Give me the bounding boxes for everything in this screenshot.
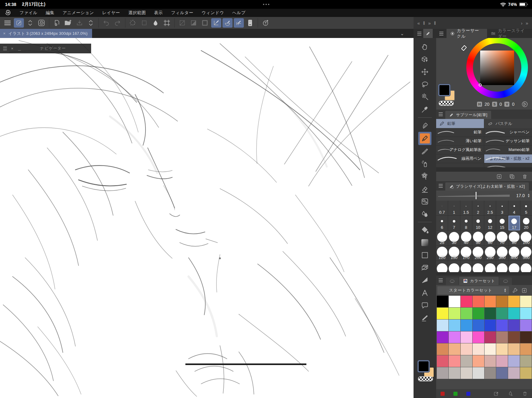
palette-prev-icon[interactable]: « <box>417 20 420 26</box>
color-swatch[interactable] <box>496 367 508 379</box>
color-swatch[interactable] <box>437 308 448 319</box>
color-swatch[interactable] <box>508 355 520 367</box>
color-swatch[interactable] <box>508 343 520 355</box>
blue-chip[interactable] <box>466 392 470 396</box>
auto-select-wand-tool-icon[interactable] <box>419 91 431 103</box>
color-set-dropdown-chevrons[interactable]: ▲▼ <box>504 288 509 293</box>
intermediate-color-tab-icon[interactable] <box>499 277 512 285</box>
brush-item[interactable]: 線画用ペン <box>436 154 484 163</box>
color-swatch[interactable] <box>485 320 496 331</box>
subtool-tab-pastel[interactable]: パステル <box>484 119 532 128</box>
subtool-panel-tab[interactable]: サブツール[鉛筆] <box>445 111 491 119</box>
pencil-tool-icon-selected[interactable] <box>418 132 431 145</box>
delete-subtool-icon[interactable] <box>522 174 528 180</box>
size-cell[interactable]: 15 <box>496 216 508 230</box>
size-cell-selected[interactable]: 17 <box>508 216 520 230</box>
size-cell[interactable]: 3 <box>496 201 508 215</box>
color-swatch[interactable] <box>485 308 496 319</box>
navigator-menu-icon[interactable] <box>3 47 7 50</box>
color-swatch[interactable] <box>473 343 484 355</box>
color-swatch[interactable] <box>461 367 472 379</box>
color-swatch[interactable] <box>508 367 520 379</box>
color-swatch[interactable] <box>461 331 472 343</box>
line-correct-tool-icon[interactable] <box>419 312 431 324</box>
size-cell[interactable]: 12 <box>484 216 496 230</box>
color-swatch[interactable] <box>496 343 508 355</box>
color-swatch[interactable] <box>496 355 508 367</box>
size-cell-clipped[interactable] <box>508 261 520 272</box>
size-cell[interactable]: 1.5 <box>460 201 472 215</box>
sv-cursor[interactable] <box>479 83 482 87</box>
close-document-icon[interactable]: × <box>3 31 6 36</box>
snap-to-grid-icon[interactable] <box>234 18 244 28</box>
delete-color-icon[interactable] <box>522 391 528 396</box>
eraser-tool-icon[interactable] <box>419 183 431 195</box>
lasso-selection-tool-icon[interactable] <box>419 78 431 91</box>
subtool-tab-pencil[interactable]: 鉛筆 <box>436 119 484 128</box>
size-cell[interactable]: 250 <box>484 246 496 261</box>
help-icon[interactable] <box>261 18 271 28</box>
color-set-menu-icon[interactable] <box>439 278 443 282</box>
menu-animation[interactable]: アニメーション <box>63 10 94 16</box>
figure-tool-icon[interactable] <box>419 195 431 208</box>
color-swatch[interactable] <box>508 296 520 307</box>
palette-expand-all-icon[interactable]: » <box>526 20 528 26</box>
tab-bar-collapse-icon[interactable]: ⌄ <box>400 31 404 36</box>
size-cell-clipped[interactable] <box>496 261 508 272</box>
fill-bucket-tool-icon[interactable] <box>419 224 431 236</box>
color-swatch[interactable] <box>473 296 484 307</box>
snap-to-ruler-icon[interactable] <box>211 18 221 28</box>
size-cell[interactable]: 2 <box>472 201 484 215</box>
brush-size-menu-icon[interactable] <box>439 184 443 188</box>
size-cell[interactable]: 60 <box>484 231 496 245</box>
color-swatch[interactable] <box>461 320 472 331</box>
eyedropper-tool-icon[interactable] <box>419 103 431 116</box>
color-swatch[interactable] <box>473 331 484 343</box>
color-swatch[interactable] <box>461 355 472 367</box>
undo-icon[interactable] <box>101 18 111 28</box>
size-cell-clipped[interactable] <box>472 261 484 272</box>
frame-border-icon[interactable] <box>200 18 210 28</box>
saturation-value-square[interactable] <box>480 51 514 85</box>
color-swatch[interactable] <box>437 320 448 331</box>
navigator-minimize-icon[interactable]: ＿ <box>18 46 22 51</box>
brush-size-panel-tab[interactable]: ブラシサイズ[よわ太鉛筆・拡散・x2] <box>445 182 529 191</box>
color-swatch[interactable] <box>520 343 532 355</box>
transparent-color-swatch[interactable] <box>418 376 433 381</box>
clip-studio-paint-logo[interactable] <box>4 9 11 16</box>
size-cell-clipped[interactable] <box>448 261 460 272</box>
color-swatch[interactable] <box>473 355 484 367</box>
size-cell[interactable]: 7 <box>448 216 460 230</box>
brush-item-selected[interactable]: よわ太鉛筆・拡散・x2 <box>484 154 532 163</box>
frame-rect-tool-icon[interactable] <box>419 249 431 261</box>
color-swatch[interactable] <box>473 308 484 319</box>
size-cell[interactable]: 400 <box>508 246 520 261</box>
size-cell[interactable]: 4 <box>508 201 520 215</box>
color-swatch[interactable] <box>437 355 448 367</box>
duplicate-subtool-icon[interactable] <box>509 174 515 180</box>
size-cell[interactable]: 10 <box>472 216 484 230</box>
color-panel-menu-icon[interactable] <box>436 29 447 38</box>
canvas[interactable]: × ＿ ナビゲーター <box>0 38 414 398</box>
size-cell[interactable]: 150 <box>448 246 460 261</box>
color-swatch[interactable] <box>437 296 448 307</box>
tab-color-circle[interactable]: カラーサークル <box>447 29 487 38</box>
color-swatch[interactable] <box>485 296 496 307</box>
selection-launcher-off-icon[interactable] <box>177 18 187 28</box>
transparent-color-swatch[interactable] <box>439 101 454 106</box>
edit-color-set-wrench-icon[interactable] <box>512 288 518 293</box>
menu-file[interactable]: ファイル <box>19 10 37 16</box>
menu-selection[interactable]: 選択範囲 <box>128 10 146 16</box>
slider-handle[interactable] <box>475 191 477 200</box>
size-cell[interactable]: 1 <box>448 201 460 215</box>
tool-strip-pen-tab[interactable] <box>423 29 433 38</box>
export-color-icon[interactable] <box>493 391 499 396</box>
color-swatch[interactable] <box>449 367 460 379</box>
menu-view[interactable]: 表示 <box>154 10 163 16</box>
color-swatch[interactable] <box>449 308 460 319</box>
size-cell[interactable]: 170 <box>460 246 472 261</box>
brush-tool-icon[interactable] <box>419 145 431 158</box>
menu-help[interactable]: ヘルプ <box>232 10 246 16</box>
brush-item[interactable]: デッサン鉛筆 <box>484 137 532 145</box>
size-cell[interactable]: 0.7 <box>436 201 448 215</box>
